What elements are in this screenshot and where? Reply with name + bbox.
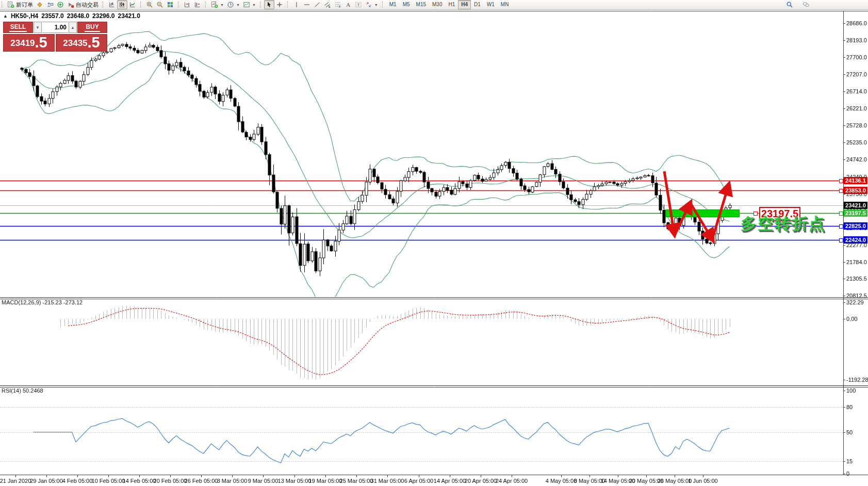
text-label-icon: T [355,1,362,8]
price-line-axis-label[interactable]: 23421.0 [844,202,867,209]
trendline-icon [314,1,321,8]
timeframe-h1-button[interactable]: H1 [445,0,458,9]
timeframe-m30-button[interactable]: M30 [429,0,445,9]
zoom-in-icon [146,1,153,8]
svg-text:F: F [339,5,341,8]
arrow-down-2[interactable] [690,202,712,238]
timeframe-m1-button[interactable]: M1 [386,0,400,9]
timeframe-w1-button[interactable]: W1 [484,0,498,9]
equidistant-channel-button[interactable]: E [322,0,333,9]
trend-arrows[interactable] [649,164,752,257]
cursor-button[interactable] [264,0,274,9]
price-line-axis-label[interactable]: 22424.0 [844,236,867,244]
trendline-button[interactable] [312,0,322,9]
indicators-button-dropdown-icon[interactable]: ▼ [220,3,224,7]
autotrading-icon [67,1,74,8]
volume-decrease-button[interactable]: ▼ [34,22,42,33]
periods-icon [227,1,234,8]
fibonacci-icon: F [334,1,341,8]
toolbar-group-zoom [139,0,176,9]
templates-icon [243,1,250,8]
text-icon: A [345,1,352,8]
timeframe-h4-button[interactable]: H4 [458,0,471,9]
tile-windows-icon [167,1,174,8]
volume-input[interactable] [42,22,68,33]
tile-windows-button[interactable] [165,0,175,9]
bar-chart-icon [108,1,116,8]
line-anchor-square[interactable] [839,212,843,216]
price-tick-label: 28686.0 [846,20,868,26]
line-chart-button[interactable] [127,0,138,9]
volume-increase-button[interactable]: ▲ [69,22,77,33]
auto-scroll-button[interactable] [182,0,192,9]
market-depth-button[interactable] [35,0,45,9]
periods-button-dropdown-icon[interactable]: ▼ [236,3,240,7]
candlestick-chart-button[interactable] [117,0,127,9]
arrows-button-dropdown-icon[interactable]: ▼ [374,3,378,7]
price-line-axis-label[interactable]: 23197.5 [844,209,867,217]
profiles-icon [46,1,54,8]
line-anchor-square[interactable] [839,179,843,183]
vertical-line-button[interactable] [291,0,302,9]
arrow-up-1[interactable] [674,204,690,236]
auto-scroll-icon [184,1,191,8]
ohlc-low: 23296.0 [92,12,114,20]
line-anchor-square[interactable] [839,238,843,242]
templates-button[interactable]: ▼ [241,0,257,9]
autotrading-button[interactable]: 自动交易 [65,0,100,9]
timeframe-m15-button[interactable]: M15 [413,0,429,9]
new-order-button[interactable]: 新订单 [6,0,35,9]
timeframe-mn-button[interactable]: MN [498,0,512,9]
autotrading-button-label: 自动交易 [76,1,99,9]
price-line-axis-label[interactable]: 23853.0 [844,187,867,194]
indicators-button[interactable]: ▼ [209,0,225,9]
arrows-icon [365,1,372,8]
search-icon [786,1,793,8]
bar-chart-button[interactable] [107,0,117,9]
buy-button[interactable]: BUY [77,22,107,33]
price-tick-label: 25728.0 [846,122,868,128]
price-line-axis-label[interactable]: 24136.1 [844,177,867,184]
collapse-panel-icon[interactable]: ▲ [3,13,8,19]
candlestick-chart-icon [119,1,126,8]
timeframe-d1-button[interactable]: D1 [471,0,484,9]
toolbar-group-trading: 新订单自动交易 [0,0,101,9]
fibonacci-button[interactable]: F [333,0,343,9]
templates-button-dropdown-icon[interactable]: ▼ [252,3,256,7]
cursor-icon [266,1,273,8]
rsi-tick-label: 50 [846,429,868,435]
text-button[interactable]: A [343,0,353,9]
time-tick-label: 1 Jun 05:00 [680,478,726,484]
sell-price[interactable]: 23419.5 [3,34,55,52]
macd-indicator-label: MACD(12,26,9) -215.23 -273.12 [2,299,83,305]
one-click-trading-panel: SELL ▼ ▲ BUY 23419.5 23435.5 [3,22,107,52]
crosshair-button[interactable] [274,0,285,9]
price-tick-label: 24742.0 [846,156,868,163]
arrow-down-1[interactable] [664,171,674,233]
search-button[interactable] [784,0,795,9]
price-tick-label: 27700.0 [846,54,868,60]
sell-button[interactable]: SELL [3,22,33,33]
arrow-up-2[interactable] [712,186,728,241]
chart-shift-button[interactable] [192,0,203,9]
market-watch-button[interactable] [55,0,65,9]
price-line-axis-label[interactable]: 22825.0 [844,222,867,230]
toolbar-group-insert: ▼▼▼ [204,0,258,9]
arrows-button[interactable]: ▼ [364,0,380,9]
text-label-button[interactable]: T [353,0,364,9]
toolbar-group-timeframes: M1M5M15M30H1H4D1W1MN [381,0,513,9]
zoom-in-button[interactable] [144,0,155,9]
timeframe-m5-button[interactable]: M5 [400,0,413,9]
line-anchor-square[interactable] [839,189,843,193]
buy-price[interactable]: 23435.5 [56,34,107,52]
line-anchor-square[interactable] [839,224,843,229]
rsi-tick-label: 0 [846,471,868,477]
chart-window: ▲ HK50-,H4 23557.0 23648.0 23296.0 23421… [0,0,868,486]
periods-button[interactable]: ▼ [225,0,241,9]
chat-button[interactable] [801,0,811,9]
turning-point-text[interactable]: 多空转折点 [741,213,826,235]
horizontal-line-button[interactable] [302,0,312,9]
zoom-out-button[interactable] [155,0,165,9]
zoom-out-icon [156,1,163,8]
profiles-button[interactable] [45,0,55,9]
